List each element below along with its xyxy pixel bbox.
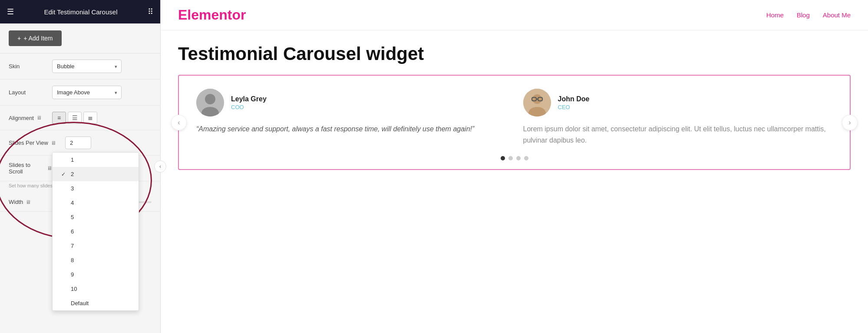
dropdown-item-default-label: Default <box>71 300 89 306</box>
layout-row: Layout Image Above Image Left Image Righ… <box>0 80 160 106</box>
dropdown-item-1[interactable]: 1 <box>53 153 139 167</box>
preview-nav: Elementor Home Blog About Me <box>161 0 868 30</box>
left-panel: ☰ Edit Testimonial Carousel ⠿ + + Add It… <box>0 0 161 333</box>
dropdown-item-7-label: 7 <box>71 243 74 249</box>
dropdown-item-9[interactable]: 9 <box>53 267 139 282</box>
slides-per-view-dropdown: 1 ✓ 2 3 4 5 <box>52 152 139 311</box>
skin-select-wrapper: Bubble Classic <box>52 60 122 73</box>
width-monitor-icon: 🖥 <box>26 199 31 205</box>
width-label: Width 🖥 <box>9 199 52 205</box>
skin-row: Skin Bubble Classic <box>0 53 160 80</box>
dropdown-item-default[interactable]: Default <box>53 296 139 310</box>
align-center-button[interactable]: ☰ <box>68 112 82 124</box>
nav-about[interactable]: About Me <box>823 11 851 19</box>
carousel-dot-1[interactable] <box>508 156 513 160</box>
alignment-monitor-icon: 🖥 <box>36 115 42 121</box>
carousel-slides: Leyla Grey COO “Amazing service and supp… <box>196 89 832 146</box>
dropdown-item-4[interactable]: 4 <box>53 196 139 210</box>
add-item-section: + + Add Item <box>0 23 160 53</box>
slides-to-scroll-monitor-icon: 🖥 <box>47 165 52 171</box>
panel-title: Edit Testimonial Carousel <box>44 8 118 16</box>
nav-home[interactable]: Home <box>766 11 784 19</box>
dropdown-item-5-label: 5 <box>71 214 74 220</box>
collapse-panel-button[interactable]: ‹ <box>154 160 166 173</box>
carousel-dot-3[interactable] <box>524 156 528 160</box>
layout-select[interactable]: Image Above Image Left Image Right <box>52 86 122 99</box>
nav-links: Home Blog About Me <box>766 11 851 19</box>
dropdown-item-9-label: 9 <box>71 271 74 278</box>
dropdown-item-2-label: 2 <box>71 171 74 177</box>
nav-logo: Elementor <box>178 7 246 23</box>
slides-to-scroll-label: Slides to Scroll 🖥 <box>9 162 52 175</box>
chevron-left-icon: ‹ <box>178 119 180 127</box>
panel-scroll: + + Add Item Skin Bubble Classic Layout <box>0 23 160 333</box>
preview-content: Testimonial Carousel widget ‹ › <box>161 30 868 333</box>
dropdown-item-10[interactable]: 10 <box>53 282 139 296</box>
alignment-label: Alignment 🖥 <box>9 115 52 121</box>
right-panel: Elementor Home Blog About Me Testimonial… <box>161 0 868 333</box>
align-right-button[interactable]: ≣ <box>83 112 97 124</box>
dropdown-item-7[interactable]: 7 <box>53 239 139 253</box>
alignment-controls: ≡ ☰ ≣ <box>52 112 152 124</box>
carousel-dot-2[interactable] <box>516 156 521 160</box>
skin-control: Bubble Classic <box>52 60 152 73</box>
layout-select-wrapper: Image Above Image Left Image Right <box>52 86 122 99</box>
hamburger-icon[interactable]: ☰ <box>7 7 14 17</box>
svg-point-1 <box>205 94 215 104</box>
grid-icon[interactable]: ⠿ <box>148 7 153 17</box>
slides-per-view-value[interactable]: 2 <box>65 137 91 149</box>
testimonial-card-0: Leyla Grey COO “Amazing service and supp… <box>196 89 506 146</box>
slides-per-view-row: Slides Per View 🖥 2 1 ✓ 2 3 <box>0 130 160 156</box>
dropdown-item-8[interactable]: 8 <box>53 253 139 267</box>
avatar-1 <box>523 89 551 117</box>
dropdown-item-6[interactable]: 6 <box>53 224 139 239</box>
page-title: Testimonial Carousel widget <box>178 43 851 64</box>
testimonial-name-1: John Doe <box>558 95 590 103</box>
layout-label: Layout <box>9 89 52 96</box>
dropdown-item-4-label: 4 <box>71 200 74 206</box>
testimonial-header-0: Leyla Grey COO <box>196 89 506 117</box>
skin-label: Skin <box>9 63 52 70</box>
carousel-dot-0[interactable] <box>501 156 505 160</box>
panel-header: ☰ Edit Testimonial Carousel ⠿ <box>0 0 160 23</box>
add-item-label: + Add Item <box>23 35 53 42</box>
testimonial-text-0: “Amazing service and support, always a f… <box>196 123 506 135</box>
dropdown-item-2[interactable]: ✓ 2 <box>53 167 139 181</box>
chevron-right-icon: › <box>848 119 851 127</box>
testimonial-info-0: Leyla Grey COO <box>231 95 267 110</box>
skin-select[interactable]: Bubble Classic <box>52 60 122 73</box>
layout-control: Image Above Image Left Image Right <box>52 86 152 99</box>
testimonial-header-1: John Doe CEO <box>523 89 833 117</box>
dropdown-item-8-label: 8 <box>71 257 74 263</box>
dropdown-item-6-label: 6 <box>71 228 74 235</box>
slides-per-view-monitor-icon: 🖥 <box>51 140 56 146</box>
slides-per-view-label: Slides Per View 🖥 <box>9 140 65 146</box>
dropdown-item-10-label: 10 <box>71 286 77 292</box>
nav-blog[interactable]: Blog <box>797 11 810 19</box>
plus-icon: + <box>17 35 21 42</box>
dropdown-item-3-label: 3 <box>71 185 74 192</box>
testimonial-card-1: John Doe CEO Lorem ipsum dolor sit amet,… <box>523 89 833 146</box>
avatar-0 <box>196 89 224 117</box>
testimonial-name-0: Leyla Grey <box>231 95 267 103</box>
checkmark-2: ✓ <box>61 171 67 177</box>
testimonial-text-1: Lorem ipsum dolor sit amet, consectetur … <box>523 123 833 146</box>
dropdown-item-1-label: 1 <box>71 157 74 163</box>
align-left-button[interactable]: ≡ <box>52 112 66 124</box>
carousel-container: ‹ › <box>178 75 851 170</box>
carousel-dots <box>196 156 832 160</box>
add-item-button[interactable]: + + Add Item <box>9 30 62 46</box>
avatar-john-svg <box>523 89 551 117</box>
testimonial-role-1: CEO <box>558 104 590 110</box>
dropdown-item-5[interactable]: 5 <box>53 210 139 224</box>
carousel-next-button[interactable]: › <box>842 115 858 130</box>
carousel-prev-button[interactable]: ‹ <box>171 115 187 130</box>
dropdown-item-3[interactable]: 3 <box>53 181 139 196</box>
avatar-leyla-svg <box>196 89 224 117</box>
testimonial-role-0: COO <box>231 104 267 110</box>
alignment-row: Alignment 🖥 ≡ ☰ ≣ <box>0 106 160 130</box>
testimonial-info-1: John Doe CEO <box>558 95 590 110</box>
